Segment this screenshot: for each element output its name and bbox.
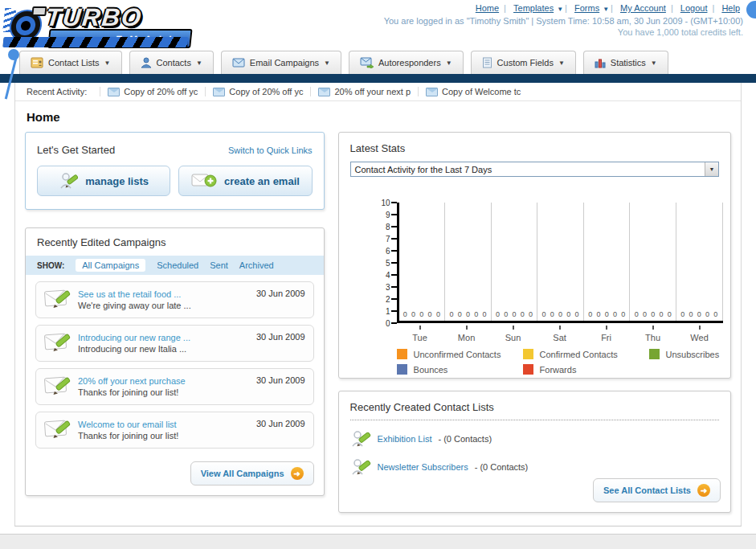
tab-contact-lists[interactable]: Contact Lists▼ — [19, 51, 122, 74]
envelope-icon — [232, 58, 245, 68]
contact-list-link[interactable]: Exhibition List — [378, 434, 432, 444]
envelope-pencil-icon — [44, 330, 75, 353]
campaign-title-link[interactable]: Welcome to our email list — [78, 420, 256, 429]
contact-list-link[interactable]: Newsletter Subscribers — [378, 462, 468, 472]
main-content: Home Let's Get Started Switch to Quick L… — [15, 101, 741, 513]
filter-all-campaigns[interactable]: All Campaigns — [76, 259, 145, 272]
bar-value-label: 0 — [449, 310, 453, 318]
campaign-title-link[interactable]: See us at the retail food ... — [78, 289, 256, 299]
bar-value-label: 0 — [436, 310, 440, 318]
campaign-title-link[interactable]: 20% off your next purchase — [78, 376, 256, 386]
chart-column: 00000 — [676, 203, 723, 321]
page-title: Home — [27, 110, 731, 124]
legend-label: Unconfirmed Contacts — [414, 350, 501, 359]
legend-item: Bounces — [397, 364, 523, 375]
bar-value-label: 0 — [621, 310, 625, 318]
tab-autoresponders[interactable]: Autoresponders▼ — [349, 51, 464, 74]
y-axis-tick-mark — [391, 322, 397, 324]
y-axis-tick-label: 4 — [386, 271, 390, 280]
orange-arrow-icon: ➜ — [697, 484, 710, 497]
campaign-row[interactable]: See us at the retail food ...We're givin… — [35, 281, 314, 318]
tab-contacts[interactable]: Contacts▼ — [129, 51, 214, 74]
chart-column: 00000 — [445, 203, 492, 321]
nav-link-templates[interactable]: Templates — [513, 3, 554, 13]
filter-archived[interactable]: Archived — [239, 260, 274, 270]
filter-scheduled[interactable]: Scheduled — [157, 260, 198, 270]
header: TURBO EMAIL Home| Templates▼| Forms▼| My… — [0, 0, 756, 50]
stats-dropdown-value: Contact Activity for the Last 7 Days — [355, 165, 492, 174]
see-all-contact-lists-button[interactable]: See All Contact Lists ➜ — [593, 478, 721, 502]
nav-link-home[interactable]: Home — [476, 3, 499, 13]
tab-label: Statistics — [611, 58, 646, 68]
bar-value-label: 0 — [466, 310, 470, 318]
contact-list-row[interactable]: Exhibition List - (0 Contacts) — [350, 428, 719, 449]
y-axis-tick-mark — [391, 226, 397, 227]
tab-custom-fields[interactable]: Custom Fields▼ — [471, 51, 576, 74]
tab-email-campaigns[interactable]: Email Campaigns▼ — [221, 51, 341, 74]
nav-link-forms[interactable]: Forms — [574, 3, 599, 13]
campaign-subtitle: Thanks for joining our list! — [78, 431, 256, 440]
envelope-pencil-icon — [44, 374, 75, 396]
person-pencil-icon — [350, 428, 371, 449]
address-book-icon — [31, 57, 43, 68]
switch-to-quick-links-link[interactable]: Switch to Quick Links — [228, 145, 313, 155]
manage-lists-button[interactable]: manage lists — [37, 166, 170, 196]
campaign-row[interactable]: Introducing our new range ...Introducing… — [35, 325, 314, 362]
tab-label: Autoresponders — [378, 58, 441, 68]
contact-list-count: - (0 Contacts) — [475, 462, 529, 472]
view-all-campaigns-button[interactable]: View All Campaigns ➜ — [190, 461, 314, 485]
campaign-row[interactable]: Welcome to our email listThanks for join… — [35, 412, 314, 449]
header-right: Home| Templates▼| Forms▼| My Account| Lo… — [384, 3, 743, 37]
contact-list-count: - (0 Contacts) — [438, 434, 492, 444]
y-axis-tick-label: 1 — [386, 307, 390, 316]
envelope-pencil-icon — [44, 417, 75, 440]
contact-activity-chart: 012345678910 000000000000000000000000000… — [350, 203, 719, 363]
bar-value-label: 0 — [588, 310, 592, 318]
create-an-email-button[interactable]: create an email — [178, 166, 312, 196]
x-axis-label: Tue — [397, 326, 443, 344]
bar-value-label: 0 — [680, 310, 684, 318]
chevron-down-icon: ▼ — [651, 59, 657, 67]
x-axis-label: Mon — [443, 326, 490, 344]
campaign-date: 30 Jun 2009 — [256, 375, 305, 385]
campaigns-filter-bar: SHOW: All Campaigns Scheduled Sent Archi… — [26, 256, 324, 275]
bar-chart-icon — [595, 58, 606, 68]
tab-label: Contacts — [157, 58, 191, 68]
nav-link-my-account[interactable]: My Account — [620, 3, 666, 13]
chart-column: 00000 — [584, 203, 631, 321]
bar-value-label: 0 — [697, 310, 701, 318]
bar-value-label: 0 — [660, 310, 664, 318]
y-axis-tick-label: 2 — [386, 295, 390, 304]
legend-swatch — [397, 364, 407, 375]
bar-value-label: 0 — [411, 310, 415, 318]
recent-activity-item[interactable]: 20% off your next p — [310, 87, 418, 96]
campaign-title-link[interactable]: Introducing our new range ... — [78, 333, 256, 342]
filter-sent[interactable]: Sent — [210, 260, 228, 270]
tab-label: Email Campaigns — [250, 58, 319, 68]
stats-dropdown[interactable]: Contact Activity for the Last 7 Days ▼ — [350, 162, 719, 177]
logo-stripes — [2, 37, 188, 47]
chart-column: 00000 — [537, 203, 584, 321]
bar-value-label: 0 — [542, 310, 546, 318]
bar-value-label: 0 — [521, 310, 525, 318]
x-axis-label: Sun — [490, 326, 537, 344]
tab-statistics[interactable]: Statistics▼ — [583, 51, 668, 74]
page: TURBO EMAIL Home| Templates▼| Forms▼| My… — [0, 0, 756, 549]
get-started-title: Let's Get Started — [37, 144, 115, 156]
legend-label: Forwards — [540, 365, 577, 375]
recent-activity-item[interactable]: Copy of 20% off yc — [100, 87, 205, 96]
legend-swatch — [523, 364, 533, 375]
chart-column: 00000 — [492, 203, 538, 321]
campaigns-title: Recently Edited Campaigns — [26, 236, 324, 256]
campaign-row[interactable]: 20% off your next purchaseThanks for joi… — [35, 368, 314, 405]
legend-label: Confirmed Contacts — [540, 350, 618, 359]
recent-activity-item[interactable]: Copy of 20% off yc — [205, 87, 310, 96]
left-column: Let's Get Started Switch to Quick Links … — [25, 132, 325, 513]
contact-list-row[interactable]: Newsletter Subscribers - (0 Contacts) — [350, 457, 719, 477]
right-column: Latest Stats Contact Activity for the La… — [338, 132, 731, 513]
nav-link-logout[interactable]: Logout — [680, 3, 708, 13]
nav-link-help[interactable]: Help — [721, 3, 740, 13]
chart-plot: 00000000000000000000000000000000000 — [397, 203, 723, 323]
recent-activity-item[interactable]: Copy of Welcome tc — [418, 87, 528, 96]
chevron-down-icon: ▼ — [603, 6, 609, 13]
